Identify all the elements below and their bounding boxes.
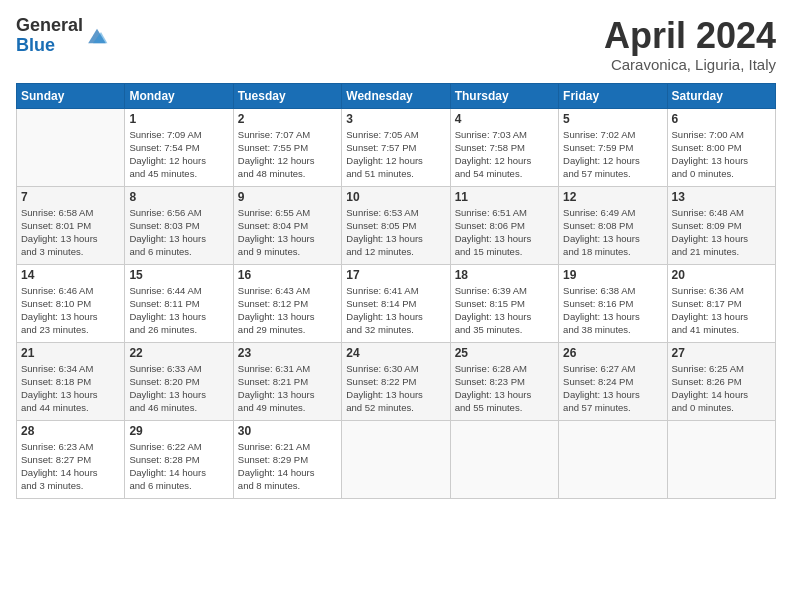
calendar-cell: 24Sunrise: 6:30 AM Sunset: 8:22 PM Dayli… xyxy=(342,342,450,420)
day-info: Sunrise: 6:55 AM Sunset: 8:04 PM Dayligh… xyxy=(238,206,337,259)
logo-text: General Blue xyxy=(16,16,83,56)
day-number: 9 xyxy=(238,190,337,204)
day-info: Sunrise: 6:43 AM Sunset: 8:12 PM Dayligh… xyxy=(238,284,337,337)
calendar-week-row: 14Sunrise: 6:46 AM Sunset: 8:10 PM Dayli… xyxy=(17,264,776,342)
day-number: 12 xyxy=(563,190,662,204)
calendar-cell: 23Sunrise: 6:31 AM Sunset: 8:21 PM Dayli… xyxy=(233,342,341,420)
calendar-cell: 26Sunrise: 6:27 AM Sunset: 8:24 PM Dayli… xyxy=(559,342,667,420)
day-number: 19 xyxy=(563,268,662,282)
day-number: 23 xyxy=(238,346,337,360)
day-number: 10 xyxy=(346,190,445,204)
day-info: Sunrise: 6:46 AM Sunset: 8:10 PM Dayligh… xyxy=(21,284,120,337)
day-number: 5 xyxy=(563,112,662,126)
day-number: 30 xyxy=(238,424,337,438)
calendar-cell: 30Sunrise: 6:21 AM Sunset: 8:29 PM Dayli… xyxy=(233,420,341,498)
calendar-cell: 13Sunrise: 6:48 AM Sunset: 8:09 PM Dayli… xyxy=(667,186,775,264)
day-number: 8 xyxy=(129,190,228,204)
logo: General Blue xyxy=(16,16,109,56)
day-info: Sunrise: 7:03 AM Sunset: 7:58 PM Dayligh… xyxy=(455,128,554,181)
day-number: 15 xyxy=(129,268,228,282)
calendar-cell: 15Sunrise: 6:44 AM Sunset: 8:11 PM Dayli… xyxy=(125,264,233,342)
calendar-cell: 22Sunrise: 6:33 AM Sunset: 8:20 PM Dayli… xyxy=(125,342,233,420)
month-title: April 2024 xyxy=(604,16,776,56)
calendar-week-row: 21Sunrise: 6:34 AM Sunset: 8:18 PM Dayli… xyxy=(17,342,776,420)
day-number: 27 xyxy=(672,346,771,360)
day-info: Sunrise: 6:48 AM Sunset: 8:09 PM Dayligh… xyxy=(672,206,771,259)
day-number: 4 xyxy=(455,112,554,126)
title-block: April 2024 Caravonica, Liguria, Italy xyxy=(604,16,776,73)
calendar-cell: 29Sunrise: 6:22 AM Sunset: 8:28 PM Dayli… xyxy=(125,420,233,498)
day-info: Sunrise: 6:27 AM Sunset: 8:24 PM Dayligh… xyxy=(563,362,662,415)
day-number: 1 xyxy=(129,112,228,126)
logo-general: General xyxy=(16,16,83,36)
calendar-cell: 25Sunrise: 6:28 AM Sunset: 8:23 PM Dayli… xyxy=(450,342,558,420)
calendar-cell: 6Sunrise: 7:00 AM Sunset: 8:00 PM Daylig… xyxy=(667,108,775,186)
day-info: Sunrise: 7:00 AM Sunset: 8:00 PM Dayligh… xyxy=(672,128,771,181)
calendar-cell: 21Sunrise: 6:34 AM Sunset: 8:18 PM Dayli… xyxy=(17,342,125,420)
calendar-cell: 10Sunrise: 6:53 AM Sunset: 8:05 PM Dayli… xyxy=(342,186,450,264)
day-number: 13 xyxy=(672,190,771,204)
day-info: Sunrise: 6:21 AM Sunset: 8:29 PM Dayligh… xyxy=(238,440,337,493)
calendar-cell xyxy=(559,420,667,498)
day-info: Sunrise: 6:31 AM Sunset: 8:21 PM Dayligh… xyxy=(238,362,337,415)
day-info: Sunrise: 6:25 AM Sunset: 8:26 PM Dayligh… xyxy=(672,362,771,415)
calendar-cell: 17Sunrise: 6:41 AM Sunset: 8:14 PM Dayli… xyxy=(342,264,450,342)
day-info: Sunrise: 6:41 AM Sunset: 8:14 PM Dayligh… xyxy=(346,284,445,337)
location: Caravonica, Liguria, Italy xyxy=(604,56,776,73)
day-info: Sunrise: 6:51 AM Sunset: 8:06 PM Dayligh… xyxy=(455,206,554,259)
weekday-header-tuesday: Tuesday xyxy=(233,83,341,108)
day-info: Sunrise: 7:07 AM Sunset: 7:55 PM Dayligh… xyxy=(238,128,337,181)
day-info: Sunrise: 7:02 AM Sunset: 7:59 PM Dayligh… xyxy=(563,128,662,181)
calendar-cell: 16Sunrise: 6:43 AM Sunset: 8:12 PM Dayli… xyxy=(233,264,341,342)
day-info: Sunrise: 6:56 AM Sunset: 8:03 PM Dayligh… xyxy=(129,206,228,259)
day-info: Sunrise: 6:38 AM Sunset: 8:16 PM Dayligh… xyxy=(563,284,662,337)
day-info: Sunrise: 6:58 AM Sunset: 8:01 PM Dayligh… xyxy=(21,206,120,259)
day-info: Sunrise: 7:05 AM Sunset: 7:57 PM Dayligh… xyxy=(346,128,445,181)
calendar-cell: 2Sunrise: 7:07 AM Sunset: 7:55 PM Daylig… xyxy=(233,108,341,186)
day-number: 22 xyxy=(129,346,228,360)
day-info: Sunrise: 6:49 AM Sunset: 8:08 PM Dayligh… xyxy=(563,206,662,259)
day-number: 26 xyxy=(563,346,662,360)
day-number: 21 xyxy=(21,346,120,360)
calendar-cell: 9Sunrise: 6:55 AM Sunset: 8:04 PM Daylig… xyxy=(233,186,341,264)
day-info: Sunrise: 6:22 AM Sunset: 8:28 PM Dayligh… xyxy=(129,440,228,493)
calendar-cell xyxy=(450,420,558,498)
day-number: 18 xyxy=(455,268,554,282)
day-info: Sunrise: 6:44 AM Sunset: 8:11 PM Dayligh… xyxy=(129,284,228,337)
weekday-header-wednesday: Wednesday xyxy=(342,83,450,108)
day-number: 29 xyxy=(129,424,228,438)
day-info: Sunrise: 6:23 AM Sunset: 8:27 PM Dayligh… xyxy=(21,440,120,493)
calendar-cell: 1Sunrise: 7:09 AM Sunset: 7:54 PM Daylig… xyxy=(125,108,233,186)
day-number: 20 xyxy=(672,268,771,282)
day-number: 3 xyxy=(346,112,445,126)
calendar-cell: 27Sunrise: 6:25 AM Sunset: 8:26 PM Dayli… xyxy=(667,342,775,420)
calendar-cell: 19Sunrise: 6:38 AM Sunset: 8:16 PM Dayli… xyxy=(559,264,667,342)
day-info: Sunrise: 6:33 AM Sunset: 8:20 PM Dayligh… xyxy=(129,362,228,415)
day-info: Sunrise: 6:36 AM Sunset: 8:17 PM Dayligh… xyxy=(672,284,771,337)
day-info: Sunrise: 6:34 AM Sunset: 8:18 PM Dayligh… xyxy=(21,362,120,415)
weekday-header-friday: Friday xyxy=(559,83,667,108)
day-number: 25 xyxy=(455,346,554,360)
weekday-header-row: SundayMondayTuesdayWednesdayThursdayFrid… xyxy=(17,83,776,108)
day-info: Sunrise: 6:53 AM Sunset: 8:05 PM Dayligh… xyxy=(346,206,445,259)
day-number: 2 xyxy=(238,112,337,126)
weekday-header-sunday: Sunday xyxy=(17,83,125,108)
day-number: 6 xyxy=(672,112,771,126)
day-info: Sunrise: 6:39 AM Sunset: 8:15 PM Dayligh… xyxy=(455,284,554,337)
logo-blue: Blue xyxy=(16,36,83,56)
day-number: 11 xyxy=(455,190,554,204)
calendar-cell: 3Sunrise: 7:05 AM Sunset: 7:57 PM Daylig… xyxy=(342,108,450,186)
calendar-cell: 20Sunrise: 6:36 AM Sunset: 8:17 PM Dayli… xyxy=(667,264,775,342)
day-info: Sunrise: 6:30 AM Sunset: 8:22 PM Dayligh… xyxy=(346,362,445,415)
calendar-cell: 7Sunrise: 6:58 AM Sunset: 8:01 PM Daylig… xyxy=(17,186,125,264)
weekday-header-thursday: Thursday xyxy=(450,83,558,108)
calendar-week-row: 1Sunrise: 7:09 AM Sunset: 7:54 PM Daylig… xyxy=(17,108,776,186)
logo-icon xyxy=(85,24,109,48)
weekday-header-saturday: Saturday xyxy=(667,83,775,108)
calendar-cell: 14Sunrise: 6:46 AM Sunset: 8:10 PM Dayli… xyxy=(17,264,125,342)
day-number: 17 xyxy=(346,268,445,282)
calendar-week-row: 7Sunrise: 6:58 AM Sunset: 8:01 PM Daylig… xyxy=(17,186,776,264)
calendar-table: SundayMondayTuesdayWednesdayThursdayFrid… xyxy=(16,83,776,499)
day-number: 7 xyxy=(21,190,120,204)
calendar-cell: 8Sunrise: 6:56 AM Sunset: 8:03 PM Daylig… xyxy=(125,186,233,264)
